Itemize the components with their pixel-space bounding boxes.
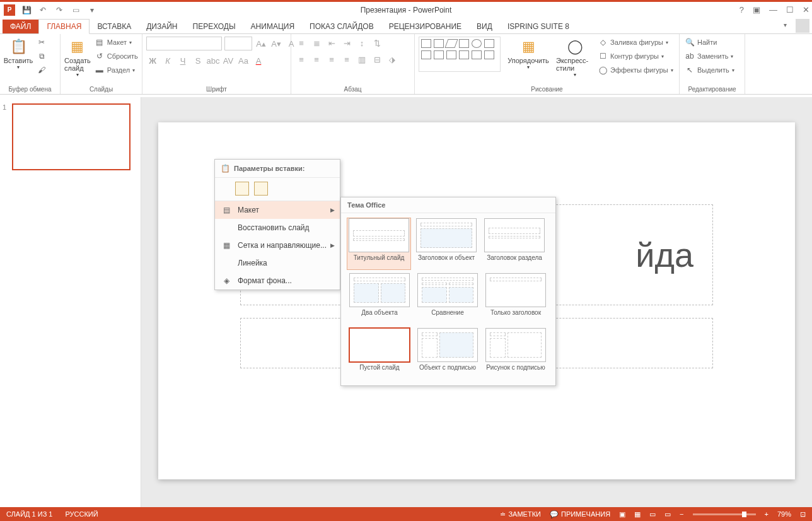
sorter-view-icon[interactable]: ▦	[634, 510, 641, 518]
align-right-icon[interactable]: ≡	[325, 53, 338, 66]
change-case-icon[interactable]: Aa	[237, 54, 250, 67]
shape-outline-button[interactable]: ☐Контур фигуры▾	[596, 50, 675, 62]
smartart-icon[interactable]: ⬗	[386, 53, 398, 66]
menu-grid-guides[interactable]: ▦ Сетка и направляющие... ▶	[215, 237, 340, 254]
zoom-value[interactable]: 79%	[777, 510, 791, 518]
char-spacing-icon[interactable]: AV	[222, 54, 235, 67]
start-slideshow-icon[interactable]: ▭	[71, 5, 81, 15]
shapes-gallery[interactable]	[419, 37, 501, 72]
window-title: Презентация - PowerPoint	[361, 6, 452, 15]
align-left-icon[interactable]: ≡	[295, 53, 308, 66]
strike-icon[interactable]: S	[192, 54, 204, 67]
layout-title-content[interactable]: Заголовок и объект	[414, 218, 478, 269]
tab-ispring[interactable]: ISPRING SUITE 8	[500, 20, 577, 33]
tab-design[interactable]: ДИЗАЙН	[139, 20, 185, 33]
paste-button[interactable]: 📋 Вставить ▾	[4, 37, 33, 70]
section-button[interactable]: ▬Раздел▾	[93, 64, 139, 76]
layout-title-only[interactable]: Только заголовок	[484, 273, 548, 324]
select-button[interactable]: ↖Выделить▾	[683, 64, 736, 76]
reading-view-icon[interactable]: ▭	[649, 510, 656, 518]
shape-fill-button[interactable]: ◇Заливка фигуры▾	[596, 37, 675, 48]
menu-layout[interactable]: ▤ Макет ▶	[215, 201, 340, 219]
font-size-combo[interactable]	[224, 37, 252, 50]
text-direction-icon[interactable]: ⇅	[371, 37, 383, 49]
decrease-font-icon[interactable]: A▾	[270, 37, 282, 50]
layout-picture-caption[interactable]: Рисунок с подписью	[484, 328, 548, 379]
format-painter-button[interactable]: 🖌	[35, 64, 48, 76]
align-center-icon[interactable]: ≡	[310, 53, 323, 66]
font-name-combo[interactable]	[146, 37, 222, 50]
quick-styles-button[interactable]: ◯ Экспресс-стили▾	[556, 37, 594, 78]
zoom-in-icon[interactable]: +	[765, 510, 768, 518]
tab-home[interactable]: ГЛАВНАЯ	[38, 19, 90, 34]
align-text-icon[interactable]: ⊟	[371, 53, 383, 66]
tab-review[interactable]: РЕЦЕНЗИРОВАНИЕ	[381, 20, 469, 33]
zoom-slider[interactable]	[693, 513, 756, 515]
line-spacing-icon[interactable]: ↕	[356, 37, 368, 49]
tab-transitions[interactable]: ПЕРЕХОДЫ	[185, 20, 243, 33]
find-button[interactable]: 🔍Найти	[683, 37, 736, 48]
maximize-icon[interactable]: ☐	[786, 5, 794, 15]
help-icon[interactable]: ?	[740, 5, 744, 15]
layout-comparison[interactable]: Сравнение	[415, 273, 480, 324]
paste-option-2[interactable]	[254, 182, 268, 196]
menu-format-background[interactable]: ◈ Формат фона...	[215, 272, 340, 290]
numbering-icon[interactable]: ≣	[310, 37, 323, 49]
shadow-text-icon[interactable]: abc	[207, 54, 219, 67]
tab-view[interactable]: ВИД	[469, 20, 500, 33]
layout-section-header[interactable]: Заголовок раздела	[482, 218, 547, 269]
italic-icon[interactable]: К	[161, 54, 174, 67]
context-menu: 📋 Параметры вставки: ▤ Макет ▶ Восстанов…	[214, 159, 340, 290]
notes-button[interactable]: ≐ЗАМЕТКИ	[500, 510, 541, 518]
undo-icon[interactable]: ↶	[38, 5, 48, 15]
ribbon-options-icon[interactable]: ▣	[753, 5, 760, 15]
layout-two-content[interactable]: Два объекта	[347, 273, 412, 324]
font-color-icon[interactable]: A	[252, 54, 265, 67]
minimize-icon[interactable]: —	[769, 5, 777, 15]
notes-icon: ≐	[500, 510, 506, 518]
increase-font-icon[interactable]: A▴	[255, 37, 267, 50]
layout-title-slide[interactable]: Титульный слайд	[347, 218, 411, 270]
effects-icon: ◯	[598, 65, 608, 75]
chevron-right-icon: ▶	[330, 207, 335, 213]
layout-blank[interactable]: Пустой слайд	[347, 328, 412, 379]
shape-effects-button[interactable]: ◯Эффекты фигуры▾	[596, 64, 675, 76]
slideshow-view-icon[interactable]: ▭	[664, 510, 671, 518]
copy-button[interactable]: ⧉	[35, 50, 48, 62]
cut-button[interactable]: ✂	[35, 37, 48, 48]
layout-content-caption[interactable]: Объект с подписью	[415, 328, 480, 379]
bold-icon[interactable]: Ж	[146, 54, 159, 67]
tab-file[interactable]: ФАЙЛ	[3, 20, 38, 33]
user-avatar[interactable]	[796, 19, 809, 33]
collapse-ribbon-icon[interactable]: ▾	[784, 21, 787, 28]
tab-animation[interactable]: АНИМАЦИЯ	[243, 20, 302, 33]
layout-button[interactable]: ▤Макет▾	[93, 37, 139, 48]
normal-view-icon[interactable]: ▣	[619, 510, 625, 518]
reset-button[interactable]: ↺Сбросить	[93, 50, 139, 62]
underline-icon[interactable]: Ч	[177, 54, 189, 67]
comments-button[interactable]: 💬ПРИМЕЧАНИЯ	[550, 510, 610, 518]
justify-icon[interactable]: ≡	[340, 53, 353, 66]
replace-button[interactable]: abЗаменить▾	[683, 50, 736, 62]
save-icon[interactable]: 💾	[21, 5, 32, 15]
bullets-icon[interactable]: ≡	[295, 37, 308, 49]
language-indicator[interactable]: РУССКИЙ	[65, 510, 98, 518]
fit-window-icon[interactable]: ⊡	[800, 510, 806, 518]
slide-count[interactable]: СЛАЙД 1 ИЗ 1	[6, 510, 52, 518]
columns-icon[interactable]: ▥	[356, 53, 368, 66]
qat-customize-icon[interactable]: ▾	[87, 5, 97, 15]
increase-indent-icon[interactable]: ⇥	[340, 37, 353, 49]
redo-icon[interactable]: ↷	[54, 5, 64, 15]
slide-thumbnail-1[interactable]	[12, 103, 130, 170]
paste-option-1[interactable]	[235, 182, 249, 196]
zoom-out-icon[interactable]: −	[680, 510, 683, 518]
new-slide-button[interactable]: ▦ Создать слайд ▾	[64, 37, 91, 78]
tab-slideshow[interactable]: ПОКАЗ СЛАЙДОВ	[302, 20, 381, 33]
close-icon[interactable]: ✕	[803, 5, 809, 15]
arrange-button[interactable]: ▦ Упорядочить▾	[503, 37, 554, 70]
decrease-indent-icon[interactable]: ⇤	[325, 37, 338, 49]
tab-insert[interactable]: ВСТАВКА	[90, 20, 139, 33]
find-icon: 🔍	[685, 37, 695, 47]
menu-ruler[interactable]: Линейка	[215, 254, 340, 272]
menu-restore-slide[interactable]: Восстановить слайд	[215, 219, 340, 237]
